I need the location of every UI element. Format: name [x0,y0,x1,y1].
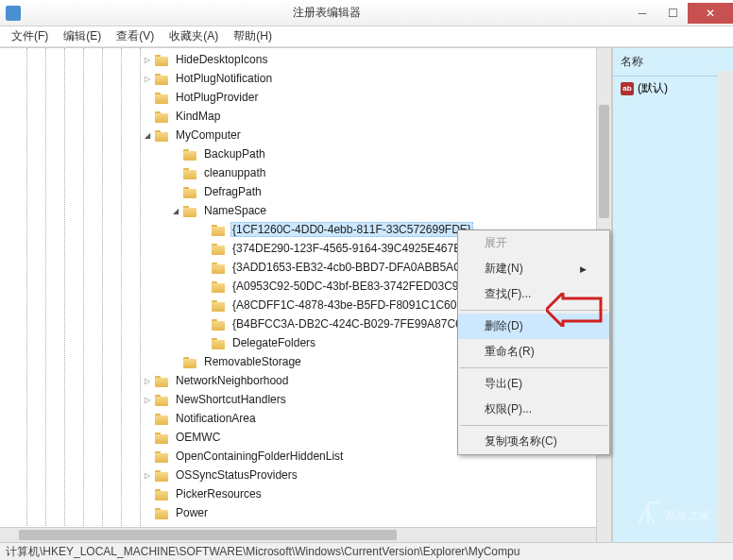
content-area: HideDesktopIconsHotPlugNotificationHotPl… [0,47,733,542]
submenu-arrow-icon: ▶ [580,264,587,274]
tree-label: NewShortcutHandlers [174,393,288,406]
tree-label: MyComputer [174,128,243,142]
tree-item[interactable]: KindMap [0,107,611,126]
close-button[interactable]: ✕ [688,3,733,24]
tree-label: NameSpace [202,204,268,217]
tree-item[interactable]: PickerResources [0,484,611,503]
folder-icon [212,336,227,349]
expand-icon[interactable] [142,375,153,386]
folder-icon [155,91,170,104]
value-name: (默认) [638,80,668,96]
status-path: 计算机\HKEY_LOCAL_MACHINE\SOFTWARE\Microsof… [6,544,520,560]
ctx-separator [460,367,607,368]
folder-icon [155,53,170,66]
window-title: 注册表编辑器 [26,5,627,21]
folder-icon [155,110,170,123]
minimize-button[interactable]: ─ [627,3,657,24]
tree-label: {A8CDFF1C-4878-43be-B5FD-F8091C1C60D0} [230,298,477,312]
tree-label: OSSyncStatusProviders [174,468,299,482]
collapse-icon[interactable] [142,129,153,141]
tree-label: KindMap [174,110,222,123]
tree-label: {1CF1260C-4DD0-4ebb-811F-33C572699FDE} [230,222,473,237]
tree-label: HotPlugProvider [174,91,260,104]
statusbar: 计算机\HKEY_LOCAL_MACHINE\SOFTWARE\Microsof… [0,542,733,560]
maximize-button[interactable]: ☐ [657,3,688,24]
folder-icon [183,204,198,217]
folder-icon [155,128,170,142]
tree-label: OEMWC [174,431,222,444]
tree-item[interactable]: cleanuppath [0,163,611,182]
tree-label: cleanuppath [202,166,267,179]
folder-icon [155,431,170,444]
folder-icon [183,147,198,161]
tree-label: BackupPath [202,147,267,161]
folder-icon [183,355,198,368]
menu-file[interactable]: 文件(F) [4,26,56,46]
tree-item[interactable]: MyComputer [0,126,611,144]
folder-icon [183,166,198,179]
folder-icon [155,412,170,425]
tree-label: HideDesktopIcons [174,53,269,66]
folder-icon [155,506,170,519]
values-scrollbar[interactable] [718,71,733,542]
tree-item[interactable]: BackupPath [0,144,611,163]
tree-item[interactable]: HideDesktopIcons [0,50,611,69]
tree-label: DelegateFolders [230,336,317,349]
folder-icon [212,242,227,255]
ctx-export[interactable]: 导出(E) [458,371,609,397]
folder-icon [212,261,227,274]
ctx-permissions[interactable]: 权限(P)... [458,397,609,422]
expand-icon[interactable] [142,469,153,481]
folder-icon [155,468,170,482]
expand-icon[interactable] [142,73,153,84]
horizontal-scrollbar[interactable] [0,527,596,542]
window-controls: ─ ☐ ✕ [627,3,733,24]
expand-icon[interactable] [142,54,153,65]
folder-icon [212,317,227,331]
hscroll-thumb[interactable] [19,530,397,540]
expand-icon[interactable] [142,394,153,405]
annotation-arrow [546,293,603,330]
ctx-rename[interactable]: 重命名(R) [458,339,609,365]
tree-label: RemovableStorage [202,355,303,368]
folder-icon [212,223,227,236]
tree-label: {A0953C92-50DC-43bf-BE83-3742FED03C9C} [230,280,472,293]
tree-label: NotificationArea [174,412,258,425]
ctx-expand[interactable]: 展开 [458,230,609,256]
tree-item[interactable]: DefragPath [0,182,611,201]
menu-edit[interactable]: 编辑(E) [56,26,109,46]
folder-icon [155,450,170,463]
tree-item[interactable]: NameSpace [0,201,611,220]
tree-item[interactable]: OSSyncStatusProviders [0,466,611,484]
value-row[interactable]: ab (默认) [613,76,733,100]
tree-label: PickerResources [174,487,264,501]
values-panel: 名称 ab (默认) [612,48,733,542]
ctx-separator [460,425,607,426]
menu-favorites[interactable]: 收藏夹(A) [162,26,226,46]
menu-help[interactable]: 帮助(H) [226,26,280,46]
folder-icon [212,280,227,293]
ctx-new[interactable]: 新建(N)▶ [458,256,609,281]
scroll-thumb[interactable] [599,105,609,218]
tree-label: HotPlugNotification [174,72,274,85]
string-value-icon: ab [621,82,634,95]
folder-icon [183,185,198,198]
tree-label: {374DE290-123F-4565-9164-39C4925E467B} [230,242,467,255]
folder-icon [155,72,170,85]
svg-text:系统之家: 系统之家 [665,509,710,522]
tree-label: DefragPath [202,185,264,198]
tree-item[interactable]: HotPlugNotification [0,69,611,88]
collapse-icon[interactable] [170,205,181,216]
tree-item[interactable]: HotPlugProvider [0,88,611,107]
menubar: 文件(F) 编辑(E) 查看(V) 收藏夹(A) 帮助(H) [0,26,733,47]
tree-label: {B4BFCC3A-DB2C-424C-B029-7FE99A87C641} [230,317,480,331]
watermark: 系统之家 [631,499,725,532]
menu-view[interactable]: 查看(V) [109,26,162,46]
folder-icon [212,298,227,312]
ctx-copykey[interactable]: 复制项名称(C) [458,429,609,454]
tree-label: {3ADD1653-EB32-4cb0-BBD7-DFA0ABB5ACCA} [230,261,483,274]
tree-label: NetworkNeighborhood [174,374,290,387]
values-header[interactable]: 名称 [613,48,733,76]
folder-icon [155,487,170,501]
tree-item[interactable]: Power [0,503,611,522]
